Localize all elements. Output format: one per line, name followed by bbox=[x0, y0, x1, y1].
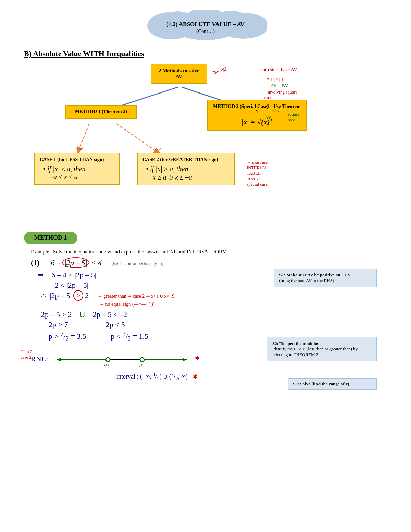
svg-marker-19 bbox=[183, 358, 187, 361]
annot-square-root: squareroot bbox=[288, 112, 299, 123]
case2-box: CASE 2 (for GREATER THAN sign) • if |x| … bbox=[137, 153, 235, 185]
annot-av-label: AV BV bbox=[271, 83, 288, 88]
annot-both-sides: both sides have AV bbox=[260, 67, 297, 73]
hint-s3-box: S3: Solve (find the range of x). bbox=[288, 378, 377, 390]
step3-line: ∴ |2p – 5| > 2 → greater than ⇒ case 2 ⇒… bbox=[41, 291, 397, 300]
annot-av2: AV bbox=[265, 115, 271, 121]
step5-line: 2p > 7 2p < 3 bbox=[41, 320, 397, 329]
svg-text:7/2: 7/2 bbox=[138, 363, 145, 368]
example-text: Example : Solve the inequalities below a… bbox=[31, 249, 397, 255]
annot-star-values: * 1 | ≤ | 1 bbox=[267, 77, 284, 82]
method1-box: METHOD 1 (Theorem 2) bbox=[65, 105, 137, 119]
hint-s1-box: S1: Make sure AV be positive on LHS (bri… bbox=[274, 269, 377, 287]
svg-text:(Cont…): (Cont…) bbox=[196, 28, 215, 34]
annot-involving-square: → involving square root bbox=[262, 89, 297, 100]
method1-badge: METHOD 1 bbox=[24, 232, 77, 244]
step3-no-equal: → no equal sign (—○—, ( )) bbox=[99, 301, 397, 307]
annot-red-doodle1: ≫ ≪ bbox=[212, 65, 228, 76]
annot-must-use: → must useINTERVALTABLEto solvespecial c… bbox=[247, 160, 268, 187]
problem1-line: (1) 6 – |2p – 5| < 4 (Eg 11: buku perlis… bbox=[31, 258, 397, 267]
methods-box: 2 Methods to solve AV bbox=[151, 64, 207, 84]
rnl-section: RNL: 3/2 7/2 ✱ bbox=[31, 349, 397, 368]
annot-leq-sqrt: | ≤ √ bbox=[271, 108, 280, 113]
arrows-svg bbox=[21, 64, 349, 218]
svg-marker-16 bbox=[57, 358, 61, 361]
section-b-heading: B) Absolute Value WITH Inequalities bbox=[24, 49, 397, 58]
svg-text:3/2: 3/2 bbox=[103, 363, 109, 368]
step4-line: 2p – 5 > 2 U 2p – 5 < –2 bbox=[41, 310, 397, 319]
number-line-svg: 3/2 7/2 bbox=[53, 349, 190, 368]
main-content: (1) 6 – |2p – 5| < 4 (Eg 11: buku perlis… bbox=[14, 258, 397, 381]
case1-box: CASE 1 (for LESS THAN sign) • if |x| ≤ a… bbox=[34, 153, 120, 185]
annot-lt-lt: < < bbox=[75, 146, 83, 152]
flowchart-area: 2 Methods to solve AV METHOD 1 (Theorem … bbox=[21, 64, 349, 218]
cloud-title-section: (1.2) ABSOLUTE VALUE – AV (Cont…) bbox=[14, 10, 397, 42]
svg-text:(1.2) ABSOLUTE VALUE – AV: (1.2) ABSOLUTE VALUE – AV bbox=[166, 21, 245, 27]
annot-star2: * bbox=[267, 103, 270, 109]
annot-gt-gt: > > bbox=[154, 146, 162, 152]
cloud-shape-svg: (1.2) ABSOLUTE VALUE – AV (Cont…) bbox=[144, 10, 267, 41]
